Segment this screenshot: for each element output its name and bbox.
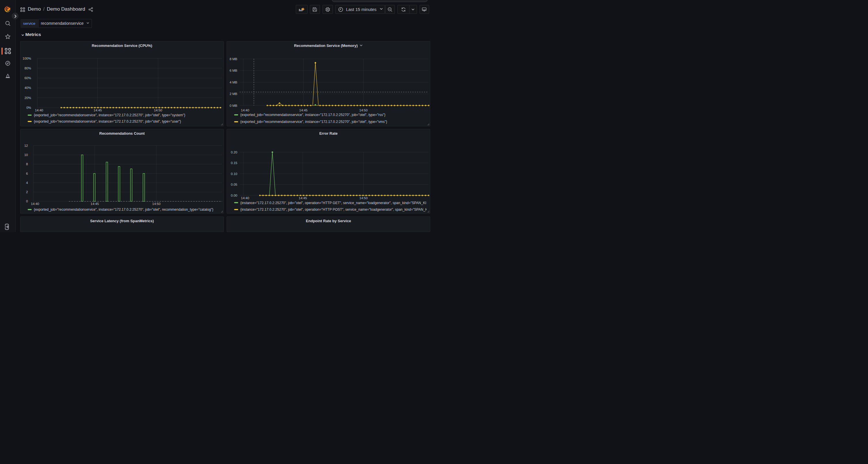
svg-text:14:40: 14:40	[35, 108, 43, 112]
svg-text:0.05: 0.05	[231, 183, 237, 186]
svg-text:14:45: 14:45	[94, 108, 102, 112]
svg-text:14:50: 14:50	[152, 202, 161, 205]
svg-text:0%: 0%	[26, 106, 31, 109]
svg-text:14:45: 14:45	[299, 108, 308, 112]
svg-text:100%: 100%	[23, 57, 31, 60]
svg-text:0.00: 0.00	[231, 194, 237, 197]
svg-text:2: 2	[26, 190, 28, 194]
svg-text:14:40: 14:40	[31, 202, 39, 205]
svg-text:0: 0	[26, 199, 28, 203]
svg-text:4 MB: 4 MB	[229, 80, 237, 84]
svg-text:0 MB: 0 MB	[229, 104, 237, 107]
svg-text:12: 12	[24, 144, 28, 147]
svg-text:14:45: 14:45	[299, 196, 307, 200]
svg-text:14:45: 14:45	[91, 202, 99, 205]
svg-text:6: 6	[26, 172, 28, 175]
svg-text:80%: 80%	[25, 66, 31, 70]
svg-text:60%: 60%	[25, 76, 31, 80]
svg-text:4: 4	[26, 181, 28, 185]
svg-text:8 MB: 8 MB	[229, 57, 237, 61]
svg-text:14:50: 14:50	[360, 108, 368, 112]
svg-text:10: 10	[24, 153, 28, 157]
svg-text:0.15: 0.15	[231, 161, 237, 165]
svg-text:0.10: 0.10	[231, 172, 237, 175]
svg-text:14:50: 14:50	[360, 196, 368, 200]
svg-text:0.20: 0.20	[231, 151, 237, 154]
svg-text:8: 8	[26, 162, 28, 166]
svg-text:14:40: 14:40	[241, 108, 249, 112]
svg-text:20%: 20%	[25, 96, 31, 99]
svg-text:14:50: 14:50	[154, 108, 162, 112]
svg-text:6 MB: 6 MB	[229, 69, 237, 72]
svg-text:2 MB: 2 MB	[229, 92, 237, 96]
svg-text:40%: 40%	[25, 86, 31, 90]
svg-text:14:40: 14:40	[241, 196, 249, 200]
